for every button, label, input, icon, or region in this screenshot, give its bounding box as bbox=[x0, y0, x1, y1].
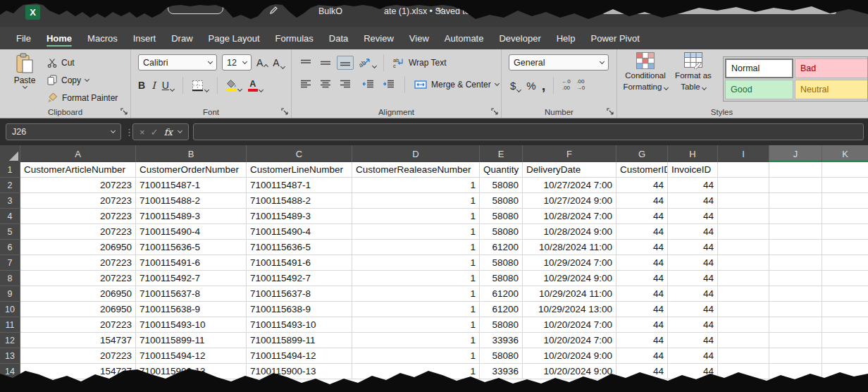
cell-E11[interactable]: 58080 bbox=[480, 317, 523, 333]
cell-J9[interactable] bbox=[769, 286, 822, 302]
select-all-button[interactable] bbox=[0, 145, 20, 162]
cell-E8[interactable]: 58080 bbox=[480, 271, 523, 286]
cell-K7[interactable] bbox=[822, 255, 868, 271]
cell-H11[interactable]: 44 bbox=[668, 317, 718, 333]
underline-button[interactable]: U bbox=[162, 80, 174, 91]
cell-I3[interactable] bbox=[718, 193, 769, 209]
cell-D6[interactable]: 1 bbox=[352, 240, 480, 255]
fill-color-button[interactable] bbox=[226, 80, 242, 92]
cell-E1[interactable]: Quantity bbox=[480, 162, 523, 178]
cell-B3[interactable]: 7100115488-2 bbox=[136, 193, 247, 209]
cut-button[interactable]: Cut bbox=[45, 54, 120, 71]
search-box[interactable] bbox=[602, 2, 836, 14]
excel-app-icon[interactable]: X bbox=[25, 5, 40, 20]
format-painter-button[interactable]: Format Painter bbox=[45, 89, 120, 106]
format-as-table-button[interactable]: Format as Table bbox=[671, 52, 716, 92]
cell-A3[interactable]: 207223 bbox=[20, 193, 136, 209]
cell-J10[interactable] bbox=[769, 302, 822, 317]
percent-style-button[interactable]: % bbox=[526, 80, 535, 92]
cell-E7[interactable]: 58080 bbox=[480, 255, 523, 271]
font-color-button[interactable]: A bbox=[248, 80, 263, 92]
cell-D14[interactable]: 1 bbox=[352, 364, 480, 379]
cell-B8[interactable]: 7100115492-7 bbox=[136, 271, 247, 286]
row-header-14[interactable]: 14 bbox=[0, 364, 20, 379]
tab-draw[interactable]: Draw bbox=[163, 27, 200, 49]
font-dialog-launcher-icon[interactable] bbox=[281, 108, 288, 115]
cell-F2[interactable]: 10/27/2024 7:00 bbox=[523, 178, 616, 193]
cell-C2[interactable]: 7100115487-1 bbox=[247, 178, 352, 193]
cell-F14[interactable]: 10/20/2024 9:00 bbox=[523, 364, 616, 379]
cell-E10[interactable]: 61200 bbox=[480, 302, 523, 317]
cell-F12[interactable]: 10/20/2024 7:00 bbox=[523, 333, 616, 348]
row-header-5[interactable]: 5 bbox=[0, 224, 20, 240]
cell-E12[interactable]: 33936 bbox=[480, 333, 523, 348]
cell-I11[interactable] bbox=[718, 317, 769, 333]
tab-formulas[interactable]: Formulas bbox=[268, 27, 321, 49]
cell-A5[interactable]: 207223 bbox=[20, 224, 136, 240]
cell-I12[interactable] bbox=[718, 333, 769, 348]
row-header-4[interactable]: 4 bbox=[0, 209, 20, 224]
orientation-button[interactable]: ab bbox=[359, 57, 376, 68]
copy-button[interactable]: Copy bbox=[45, 71, 120, 89]
cell-B4[interactable]: 7100115489-3 bbox=[136, 209, 247, 224]
cell-F9[interactable]: 10/29/2024 11:00 bbox=[523, 286, 616, 302]
cell-G11[interactable]: 44 bbox=[616, 317, 668, 333]
column-header-B[interactable]: B bbox=[136, 145, 247, 162]
cell-I13[interactable] bbox=[718, 348, 769, 364]
cell-H1[interactable]: InvoiceID bbox=[668, 162, 718, 178]
cell-K6[interactable] bbox=[822, 240, 868, 255]
cell-E5[interactable]: 58080 bbox=[480, 224, 523, 240]
center-button[interactable] bbox=[317, 77, 334, 92]
cell-H12[interactable]: 44 bbox=[668, 333, 718, 348]
cell-A6[interactable]: 206950 bbox=[20, 240, 136, 255]
cell-A11[interactable]: 207223 bbox=[20, 317, 136, 333]
cell-G4[interactable]: 44 bbox=[616, 209, 668, 224]
cell-D12[interactable]: 1 bbox=[352, 333, 480, 348]
cancel-icon[interactable]: × bbox=[140, 127, 145, 137]
column-header-E[interactable]: E bbox=[480, 145, 523, 162]
cell-G8[interactable]: 44 bbox=[616, 271, 668, 286]
cell-E9[interactable]: 61200 bbox=[480, 286, 523, 302]
cell-H2[interactable]: 44 bbox=[668, 178, 718, 193]
name-box[interactable]: J26 bbox=[6, 123, 121, 140]
cell-A4[interactable]: 207223 bbox=[20, 209, 136, 224]
cell-C14[interactable]: 7100115900-13 bbox=[247, 364, 352, 379]
cell-A10[interactable]: 206950 bbox=[20, 302, 136, 317]
decrease-decimal-button[interactable]: .00→0 bbox=[576, 79, 585, 92]
increase-decimal-button[interactable]: ←0.00 bbox=[562, 79, 570, 92]
row-header-11[interactable]: 11 bbox=[0, 317, 20, 333]
cell-E4[interactable]: 58080 bbox=[480, 209, 523, 224]
cell-D10[interactable]: 1 bbox=[352, 302, 480, 317]
cell-G13[interactable]: 44 bbox=[616, 348, 668, 364]
cell-C4[interactable]: 7100115489-3 bbox=[247, 209, 352, 224]
insert-function-icon[interactable]: fx bbox=[164, 127, 173, 137]
cell-C9[interactable]: 7100115637-8 bbox=[247, 286, 352, 302]
cell-K13[interactable] bbox=[822, 348, 868, 364]
row-header-6[interactable]: 6 bbox=[0, 240, 20, 255]
font-name-combo[interactable]: Calibri bbox=[138, 54, 217, 71]
merge-center-button[interactable]: Merge & Center bbox=[412, 75, 501, 93]
column-header-K[interactable]: K bbox=[822, 145, 868, 162]
cell-I2[interactable] bbox=[718, 178, 769, 193]
row-header-2[interactable]: 2 bbox=[0, 178, 20, 193]
cell-D2[interactable]: 1 bbox=[352, 178, 480, 193]
cell-J5[interactable] bbox=[769, 224, 822, 240]
increase-font-size-button[interactable]: A bbox=[256, 57, 268, 68]
column-header-J[interactable]: J bbox=[769, 145, 822, 162]
tab-home[interactable]: Home bbox=[39, 27, 80, 49]
comma-style-button[interactable]: , bbox=[542, 81, 546, 90]
column-header-I[interactable]: I bbox=[718, 145, 769, 162]
cell-B14[interactable]: 7100115900-13 bbox=[136, 364, 247, 379]
tab-review[interactable]: Review bbox=[356, 27, 402, 49]
cell-H13[interactable]: 44 bbox=[668, 348, 718, 364]
cell-I14[interactable] bbox=[718, 364, 769, 379]
accounting-format-button[interactable]: $ bbox=[510, 80, 521, 92]
cell-F6[interactable]: 10/28/2024 11:00 bbox=[523, 240, 616, 255]
paste-button[interactable]: Paste bbox=[8, 53, 41, 106]
cell-D9[interactable]: 1 bbox=[352, 286, 480, 302]
cell-E6[interactable]: 61200 bbox=[480, 240, 523, 255]
cell-K1[interactable] bbox=[822, 162, 868, 178]
align-left-button[interactable] bbox=[297, 77, 314, 92]
cell-G1[interactable]: CustomerID bbox=[616, 162, 668, 178]
column-header-A[interactable]: A bbox=[20, 145, 136, 162]
